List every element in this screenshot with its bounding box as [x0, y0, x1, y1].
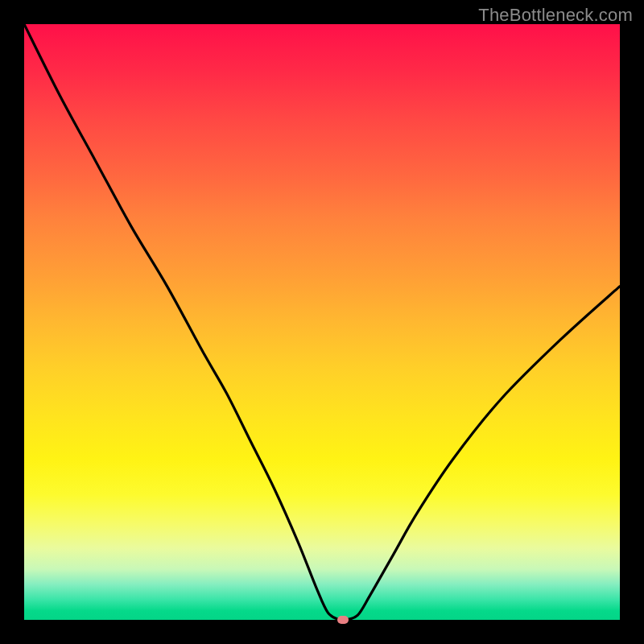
curve-svg — [24, 24, 620, 620]
optimum-marker — [337, 616, 349, 624]
plot-area — [24, 24, 620, 620]
bottleneck-curve — [24, 24, 620, 620]
watermark-text: TheBottleneck.com — [478, 5, 633, 26]
chart-frame: TheBottleneck.com — [0, 0, 644, 644]
